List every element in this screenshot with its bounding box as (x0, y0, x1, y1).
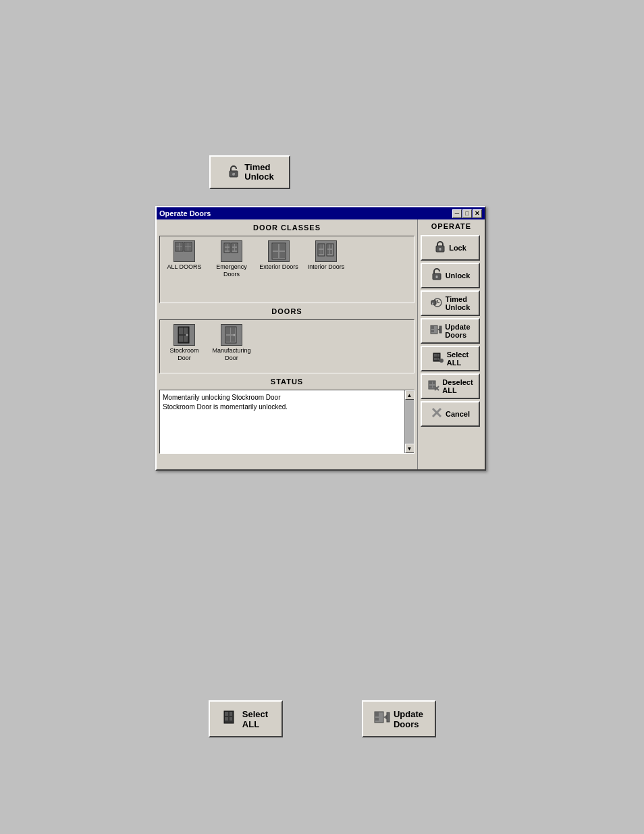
svg-rect-37 (330, 250, 332, 254)
timed-unlock-button[interactable]: Timed Unlock (421, 290, 480, 316)
svg-rect-26 (273, 252, 278, 258)
svg-rect-41 (179, 336, 183, 342)
svg-rect-71 (429, 382, 432, 384)
select-all-button[interactable]: Select ALL (421, 346, 480, 371)
status-box[interactable]: Momentarily unlocking Stockroom Door Sto… (159, 390, 414, 454)
cancel-icon (431, 407, 443, 421)
svg-rect-15 (227, 244, 230, 246)
svg-rect-88 (387, 712, 390, 722)
svg-rect-48 (231, 336, 235, 342)
status-header: STATUS (159, 376, 414, 387)
deselect-all-btn-label: Deselect ALL (442, 378, 473, 394)
scroll-down-button[interactable]: ▼ (405, 444, 414, 453)
door-stockroom[interactable]: Stockroom Door (164, 324, 205, 362)
svg-rect-12 (188, 247, 191, 251)
minimize-button[interactable]: ─ (452, 209, 462, 218)
door-class-all-doors[interactable]: ALL DOORS (164, 240, 205, 278)
cancel-button-label: Cancel (446, 410, 470, 418)
svg-rect-4 (176, 243, 179, 246)
door-classes-header: DOOR CLASSES (159, 222, 414, 233)
svg-point-49 (234, 334, 236, 336)
doors-header: DOORS (159, 306, 414, 317)
exterior-doors-icon (268, 240, 290, 262)
dialog-content: DOOR CLASSES (157, 219, 485, 469)
svg-rect-36 (327, 250, 329, 254)
bottom-update-doors-icon (374, 709, 390, 729)
svg-rect-46 (231, 328, 235, 334)
unlock-button-label: Unlock (446, 271, 471, 280)
svg-rect-47 (226, 336, 230, 342)
door-class-emergency[interactable]: Emergency Doors (211, 240, 252, 278)
svg-rect-21 (232, 248, 234, 251)
scroll-track (405, 400, 414, 444)
deselect-all-button[interactable]: Deselect ALL (421, 373, 480, 399)
door-classes-grid: ALL DOORS (164, 240, 410, 278)
svg-rect-45 (226, 328, 230, 334)
svg-rect-72 (433, 382, 435, 384)
operate-header: OPERATE (421, 222, 482, 230)
bottom-update-doors-label: Update Doors (394, 709, 423, 729)
update-doors-button[interactable]: Update Doors (421, 318, 480, 344)
title-controls: ─ □ ✕ (452, 209, 482, 218)
timed-unlock-btn-icon (431, 296, 443, 311)
door-class-interior[interactable]: Interior Doors (306, 240, 346, 278)
update-doors-btn-label: Update Doors (445, 323, 470, 339)
svg-rect-20 (235, 244, 237, 246)
svg-rect-51 (439, 248, 441, 251)
scroll-up-button[interactable]: ▲ (405, 390, 414, 400)
exterior-doors-label: Exterior Doors (259, 263, 298, 271)
svg-point-69 (439, 359, 444, 363)
svg-rect-58 (432, 303, 433, 305)
svg-rect-6 (176, 247, 179, 251)
emergency-doors-icon (221, 240, 242, 262)
lock-icon (434, 240, 446, 255)
svg-rect-42 (184, 336, 188, 342)
svg-rect-22 (235, 248, 237, 251)
top-timed-unlock-button[interactable]: Timed Unlock (209, 155, 290, 189)
svg-rect-9 (185, 243, 188, 246)
svg-rect-24 (273, 244, 278, 251)
status-line-1: Momentarily unlocking Stockroom Door (163, 393, 403, 402)
timed-unlock-btn-label: Timed Unlock (446, 295, 471, 311)
unlock-button[interactable]: Unlock (421, 263, 480, 288)
interior-doors-label: Interior Doors (308, 263, 345, 271)
all-doors-icon (173, 240, 195, 262)
stockroom-door-label: Stockroom Door (164, 347, 205, 362)
close-button[interactable]: ✕ (473, 209, 482, 218)
svg-rect-16 (225, 248, 227, 251)
svg-rect-17 (227, 248, 230, 251)
svg-rect-7 (180, 247, 182, 251)
stockroom-door-icon (173, 324, 195, 346)
manufacturing-door-label: Manufacturing Door (212, 347, 250, 362)
select-all-btn-label: Select ALL (447, 350, 468, 367)
svg-rect-82 (225, 717, 228, 721)
maximize-button[interactable]: □ (462, 209, 472, 218)
svg-rect-86 (375, 718, 379, 721)
status-line-2: Stockroom Door is momentarily unlocked. (163, 402, 403, 412)
svg-rect-67 (434, 358, 437, 360)
bottom-update-doors-button[interactable]: Update Doors (362, 700, 436, 737)
bottom-select-all-icon (223, 709, 239, 729)
svg-point-43 (186, 334, 188, 336)
svg-rect-73 (429, 386, 432, 388)
svg-rect-68 (437, 358, 439, 360)
lock-button[interactable]: Lock (421, 235, 480, 261)
svg-rect-29 (319, 244, 321, 249)
svg-rect-34 (327, 244, 329, 249)
timed-unlock-label: Timed Unlock (244, 163, 273, 182)
cancel-button[interactable]: Cancel (421, 401, 480, 427)
bottom-select-all-label: Select ALL (242, 709, 268, 729)
svg-rect-27 (279, 252, 285, 258)
svg-rect-10 (188, 243, 191, 246)
door-manufacturing[interactable]: Manufacturing Door (211, 324, 252, 362)
door-class-exterior[interactable]: Exterior Doors (259, 240, 299, 278)
svg-rect-53 (435, 276, 437, 278)
svg-rect-80 (225, 712, 228, 716)
svg-rect-39 (179, 328, 183, 334)
svg-rect-61 (431, 330, 434, 332)
status-scrollbar[interactable]: ▲ ▼ (404, 390, 414, 453)
bottom-select-all-button[interactable]: Select ALL (209, 700, 283, 737)
svg-rect-19 (232, 244, 234, 246)
svg-rect-32 (321, 250, 323, 254)
all-doors-label: ALL DOORS (167, 263, 201, 271)
